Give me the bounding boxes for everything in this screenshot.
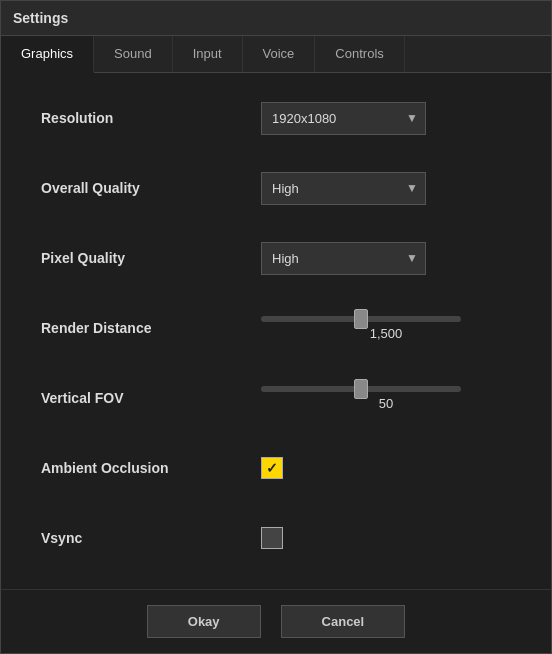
checkmark-icon: ✓: [266, 461, 278, 475]
ambient-occlusion-control: ✓: [261, 457, 511, 479]
vertical-fov-slider[interactable]: [261, 386, 461, 392]
render-distance-value: 1,500: [261, 326, 511, 341]
resolution-label: Resolution: [41, 110, 261, 126]
pixel-quality-row: Pixel Quality Low Medium High Ultra ▼: [41, 233, 511, 283]
ambient-occlusion-label: Ambient Occlusion: [41, 460, 261, 476]
settings-window: Settings Graphics Sound Input Voice Cont…: [0, 0, 552, 654]
tab-input[interactable]: Input: [173, 36, 243, 72]
vsync-label: Vsync: [41, 530, 261, 546]
resolution-select-wrapper: 1920x1080 1600x900 1280x720 1024x768 ▼: [261, 102, 426, 135]
vsync-checkbox[interactable]: [261, 527, 283, 549]
render-distance-slider-container: 1,500: [261, 316, 511, 341]
tab-sound[interactable]: Sound: [94, 36, 173, 72]
render-distance-label: Render Distance: [41, 320, 261, 336]
vsync-row: Vsync: [41, 513, 511, 563]
overall-quality-row: Overall Quality Low Medium High Ultra ▼: [41, 163, 511, 213]
vertical-fov-row: Vertical FOV 50: [41, 373, 511, 423]
tab-controls[interactable]: Controls: [315, 36, 404, 72]
resolution-control: 1920x1080 1600x900 1280x720 1024x768 ▼: [261, 102, 511, 135]
title-bar: Settings: [1, 1, 551, 36]
overall-quality-select[interactable]: Low Medium High Ultra: [261, 172, 426, 205]
pixel-quality-label: Pixel Quality: [41, 250, 261, 266]
render-distance-control: 1,500: [261, 316, 511, 341]
render-distance-slider[interactable]: [261, 316, 461, 322]
overall-quality-control: Low Medium High Ultra ▼: [261, 172, 511, 205]
resolution-row: Resolution 1920x1080 1600x900 1280x720 1…: [41, 93, 511, 143]
cancel-button[interactable]: Cancel: [281, 605, 406, 638]
ambient-occlusion-row: Ambient Occlusion ✓: [41, 443, 511, 493]
pixel-quality-select[interactable]: Low Medium High Ultra: [261, 242, 426, 275]
pixel-quality-select-wrapper: Low Medium High Ultra ▼: [261, 242, 426, 275]
overall-quality-select-wrapper: Low Medium High Ultra ▼: [261, 172, 426, 205]
window-title: Settings: [13, 10, 68, 26]
render-distance-row: Render Distance 1,500: [41, 303, 511, 353]
vertical-fov-label: Vertical FOV: [41, 390, 261, 406]
tab-graphics[interactable]: Graphics: [1, 36, 94, 73]
okay-button[interactable]: Okay: [147, 605, 261, 638]
vertical-fov-slider-container: 50: [261, 386, 511, 411]
vsync-control: [261, 527, 511, 549]
ambient-occlusion-checkbox[interactable]: ✓: [261, 457, 283, 479]
vertical-fov-control: 50: [261, 386, 511, 411]
resolution-select[interactable]: 1920x1080 1600x900 1280x720 1024x768: [261, 102, 426, 135]
overall-quality-label: Overall Quality: [41, 180, 261, 196]
tab-bar: Graphics Sound Input Voice Controls: [1, 36, 551, 73]
pixel-quality-control: Low Medium High Ultra ▼: [261, 242, 511, 275]
footer: Okay Cancel: [1, 589, 551, 653]
tab-voice[interactable]: Voice: [243, 36, 316, 72]
settings-content: Resolution 1920x1080 1600x900 1280x720 1…: [1, 73, 551, 589]
vertical-fov-value: 50: [261, 396, 511, 411]
